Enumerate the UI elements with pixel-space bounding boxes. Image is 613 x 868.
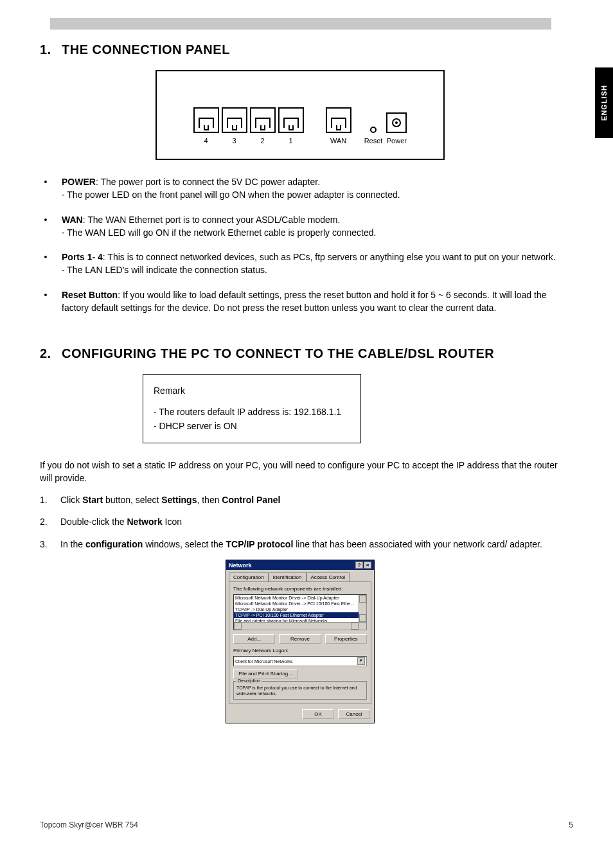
port-1-icon (278, 107, 304, 133)
bullet-reset-bold: Reset Button (62, 290, 118, 300)
remark-box: Remark - The routers default IP address … (143, 374, 361, 443)
step-3-text-b: windows, select the (143, 539, 226, 549)
chevron-down-icon[interactable]: ▾ (357, 657, 365, 665)
help-icon[interactable]: ? (355, 562, 363, 569)
remark-line-2: - DHCP server is ON (154, 419, 350, 433)
step-3: 3. In the configuration windows, select … (40, 538, 560, 551)
step-1-text-b: button, select (103, 495, 161, 505)
reset-button-icon (370, 127, 377, 133)
reset-label: Reset (364, 137, 383, 145)
bullet-power: • POWER: The power port is to connect th… (42, 175, 560, 202)
footer-page-number: 5 (569, 820, 573, 829)
bullet-dot-icon: • (42, 213, 49, 240)
wan-port-label: WAN (330, 137, 346, 145)
bullet-ports-bold: Ports 1- 4 (62, 252, 103, 262)
description-fieldset: Description TCP/IP is the protocol you u… (233, 681, 367, 700)
lan-port-group: 4 3 2 1 (193, 107, 304, 145)
logon-value: Client for Microsoft Networks (235, 659, 292, 664)
port-4-icon (193, 107, 219, 133)
bullet-wan: • WAN: The WAN Ethernet port is to conne… (42, 213, 560, 240)
port-4-label: 4 (204, 137, 208, 145)
network-dialog: Network ? × Configuration Identification… (226, 560, 375, 723)
step-2-text-a: Double-click the (60, 517, 127, 527)
step-2: 2. Double-click the Network Icon (40, 515, 560, 528)
step-1: 1. Click Start button, select Settings, … (40, 493, 560, 506)
header-bar (50, 18, 551, 30)
step-3-text-c: line that has been associated with your … (293, 539, 542, 549)
description-text: TCP/IP is the protocol you use to connec… (236, 685, 364, 696)
wan-port-icon (326, 107, 351, 133)
page-content: 1. THE CONNECTION PANEL 4 3 2 1 WAN Rese… (40, 42, 560, 723)
close-icon[interactable]: × (364, 562, 371, 569)
description-legend: Description (236, 678, 262, 683)
tab-identification[interactable]: Identification (269, 572, 306, 581)
section-2-title: CONFIGURING THE PC TO CONNECT TO THE CAB… (62, 346, 494, 361)
step-1-bold-2: Settings (161, 495, 197, 505)
section-1-number: 1. (40, 42, 55, 57)
bullet-power-bold: POWER (62, 177, 96, 187)
bullet-ports: • Ports 1- 4: This is to connect network… (42, 251, 560, 277)
section-1-title: THE CONNECTION PANEL (62, 42, 230, 57)
logon-combobox[interactable]: Client for Microsoft Networks ▾ (233, 656, 367, 666)
list-item[interactable]: TCP/IP -> Dial-Up Adapter (234, 607, 366, 612)
step-3-number: 3. (40, 538, 51, 551)
tab-access-control[interactable]: Access Control (306, 572, 350, 581)
scrollbar-vertical-icon[interactable] (359, 595, 366, 622)
properties-button[interactable]: Properties (325, 634, 367, 644)
step-3-text-a: In the (60, 539, 85, 549)
components-caption: The following network components are ins… (233, 586, 367, 592)
section-2-heading: 2. CONFIGURING THE PC TO CONNECT TO THE … (40, 346, 560, 361)
file-print-sharing-button[interactable]: File and Print Sharing... (233, 669, 298, 678)
bullet-dot-icon: • (42, 175, 49, 202)
remark-line-1: - The routers default IP address is: 192… (154, 405, 350, 419)
cancel-button[interactable]: Cancel (338, 709, 370, 719)
bullet-wan-sub: - The WAN LED will go ON if the network … (62, 227, 376, 238)
language-tab-label: ENGLISH (600, 85, 608, 121)
bullet-reset-text: : If you would like to load default sett… (62, 290, 546, 313)
list-item-selected[interactable]: TCP/IP -> PCI 10/100 Fast Ethernet Adapt… (234, 612, 366, 618)
step-1-text-c: , then (197, 495, 222, 505)
dialog-body: The following network components are ins… (229, 581, 371, 704)
step-1-number: 1. (40, 493, 51, 506)
bullet-reset: • Reset Button: If you would like to loa… (42, 288, 560, 315)
bullet-ports-text: : This is to connect networked devices, … (103, 252, 556, 262)
page-footer: Topcom Skyr@cer WBR 754 5 (40, 820, 573, 829)
add-button[interactable]: Add... (233, 634, 275, 644)
section-1-bullets: • POWER: The power port is to connect th… (42, 175, 560, 314)
bullet-wan-text: : The WAN Ethernet port is to connect yo… (83, 215, 341, 225)
bullet-wan-bold: WAN (62, 215, 83, 225)
remove-button[interactable]: Remove (279, 634, 321, 644)
bullet-power-sub: - The power LED on the front panel will … (62, 190, 400, 200)
dialog-title: Network (229, 562, 252, 569)
step-1-text-a: Click (60, 495, 82, 505)
language-tab: ENGLISH (595, 67, 613, 138)
list-item[interactable]: Microsoft Network Monitor Driver -> PCI … (234, 601, 366, 607)
step-2-text-b: Icon (163, 517, 182, 527)
bullet-power-text: : The power port is to connect the 5V DC… (96, 177, 320, 187)
step-2-bold-1: Network (127, 517, 163, 527)
port-2-label: 2 (261, 137, 265, 145)
ok-button[interactable]: OK (302, 709, 334, 719)
list-item[interactable]: Microsoft Network Monitor Driver -> Dial… (234, 595, 366, 601)
port-1-label: 1 (289, 137, 293, 145)
bullet-dot-icon: • (42, 251, 49, 277)
step-3-bold-1: configuration (85, 539, 143, 549)
section-2-paragraph: If you do not wish to set a static IP ad… (40, 459, 560, 485)
port-3-label: 3 (233, 137, 236, 145)
footer-product: Topcom Skyr@cer WBR 754 (40, 820, 138, 829)
step-2-number: 2. (40, 515, 51, 528)
port-2-icon (250, 107, 276, 133)
dialog-titlebar: Network ? × (226, 560, 374, 570)
components-listbox[interactable]: Microsoft Network Monitor Driver -> Dial… (233, 594, 367, 630)
dialog-tabs: Configuration Identification Access Cont… (226, 570, 374, 581)
section-1-heading: 1. THE CONNECTION PANEL (40, 42, 560, 57)
scrollbar-horizontal-icon[interactable] (234, 622, 366, 630)
logon-label: Primary Network Logon: (233, 648, 367, 653)
power-label: Power (387, 137, 407, 145)
tab-configuration[interactable]: Configuration (229, 572, 269, 581)
power-jack-icon (386, 112, 407, 133)
connection-panel-diagram: 4 3 2 1 WAN Reset Power (155, 70, 445, 160)
bullet-dot-icon: • (42, 288, 49, 315)
step-1-bold-3: Control Panel (222, 495, 280, 505)
bullet-ports-sub: - The LAN LED's will indicate the connec… (62, 265, 267, 275)
